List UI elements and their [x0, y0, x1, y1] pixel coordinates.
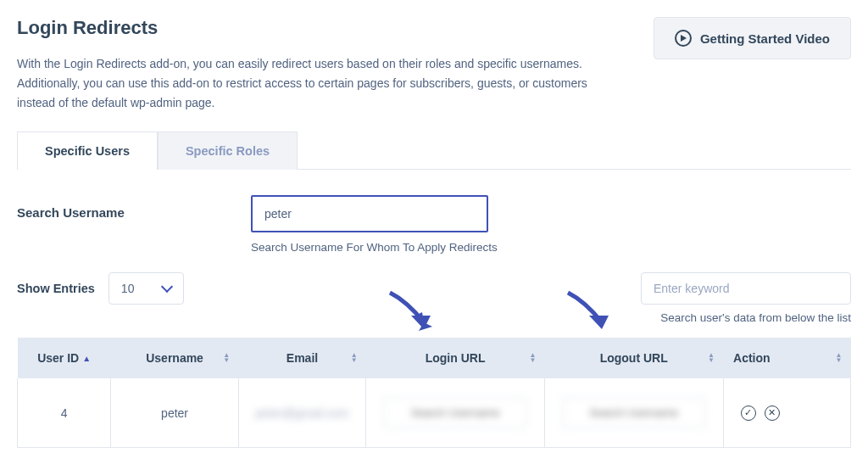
- cell-user-id: 4: [18, 378, 111, 448]
- sort-asc-icon: ▲: [82, 354, 91, 363]
- chevron-down-icon: [161, 281, 173, 293]
- col-logout-url[interactable]: Logout URL ▲▼: [544, 338, 723, 378]
- entries-value: 10: [121, 282, 135, 295]
- keyword-help: Search user's data from below the list: [641, 311, 851, 324]
- search-username-help: Search Username For Whom To Apply Redire…: [251, 241, 851, 254]
- cancel-icon[interactable]: ✕: [765, 405, 780, 421]
- cell-username: peter: [111, 378, 238, 448]
- getting-started-label: Getting Started Video: [700, 31, 830, 46]
- col-user-id[interactable]: User ID▲: [18, 338, 111, 378]
- col-action[interactable]: Action ▲▼: [723, 338, 850, 378]
- col-username[interactable]: Username ▲▼: [111, 338, 238, 378]
- page-description: With the Login Redirects add-on, you can…: [17, 54, 627, 113]
- search-username-label: Search Username: [17, 195, 244, 254]
- tabs: Specific Users Specific Roles: [17, 131, 851, 170]
- show-entries-label: Show Entries: [17, 282, 95, 295]
- data-table: User ID▲ Username ▲▼ Email ▲▼ Login URL …: [17, 338, 851, 448]
- tab-specific-users[interactable]: Specific Users: [17, 131, 158, 170]
- tab-specific-roles[interactable]: Specific Roles: [158, 131, 298, 170]
- login-url-input[interactable]: [383, 397, 527, 428]
- entries-select[interactable]: 10: [108, 272, 185, 305]
- col-email[interactable]: Email ▲▼: [238, 338, 365, 378]
- search-username-input[interactable]: [251, 195, 488, 232]
- sort-icon: ▲▼: [351, 353, 358, 363]
- cell-action: ✓ ✕: [723, 378, 850, 448]
- cell-email: peter@gmail.com: [238, 378, 365, 448]
- col-login-url[interactable]: Login URL ▲▼: [366, 338, 545, 378]
- play-icon: [675, 30, 692, 47]
- logout-url-input[interactable]: [562, 397, 706, 428]
- sort-icon: ▲▼: [708, 353, 715, 363]
- cell-login-url: [366, 378, 545, 448]
- keyword-input[interactable]: [641, 272, 851, 305]
- getting-started-button[interactable]: Getting Started Video: [654, 17, 851, 59]
- sort-icon: ▲▼: [529, 353, 536, 363]
- sort-icon: ▲▼: [836, 353, 843, 363]
- table-row: 4 peter peter@gmail.com ✓ ✕: [18, 378, 851, 448]
- sort-icon: ▲▼: [223, 353, 230, 363]
- confirm-icon[interactable]: ✓: [741, 405, 756, 421]
- page-title: Login Redirects: [17, 17, 636, 39]
- cell-logout-url: [544, 378, 723, 448]
